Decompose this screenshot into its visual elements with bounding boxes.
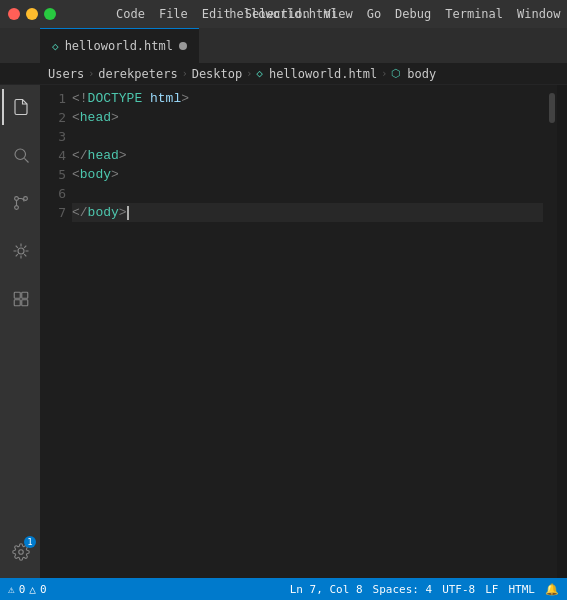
text-cursor xyxy=(127,206,129,220)
activity-search[interactable] xyxy=(2,137,38,173)
svg-rect-9 xyxy=(22,300,28,306)
breadcrumb-user[interactable]: derekpeters xyxy=(98,67,177,81)
search-icon xyxy=(12,146,30,164)
line-numbers: 1 2 3 4 5 6 7 xyxy=(40,85,72,578)
line-number-5: 5 xyxy=(40,165,66,184)
encoding-text: UTF-8 xyxy=(442,583,475,596)
extensions-icon xyxy=(12,290,30,308)
breadcrumb-sep-2: › xyxy=(182,68,188,79)
minimap xyxy=(557,85,567,578)
svg-point-10 xyxy=(19,550,24,555)
menu-window[interactable]: Window xyxy=(517,7,560,21)
line-number-4: 4 xyxy=(40,146,66,165)
window-title: helloworld.html xyxy=(229,7,337,21)
main-layout: 1 1 2 3 4 5 6 7 <!DOCTYPE html> <head> <… xyxy=(0,85,567,578)
breadcrumb-sep-4: › xyxy=(381,68,387,79)
cursor-position[interactable]: Ln 7, Col 8 xyxy=(290,583,363,596)
svg-rect-6 xyxy=(14,292,20,298)
menu-edit[interactable]: Edit xyxy=(202,7,231,21)
svg-point-3 xyxy=(15,206,19,210)
activity-debug[interactable] xyxy=(2,233,38,269)
line-number-3: 3 xyxy=(40,127,66,146)
breadcrumb-users[interactable]: Users xyxy=(48,67,84,81)
code-line-2: <head> xyxy=(72,108,543,127)
breadcrumb-desktop[interactable]: Desktop xyxy=(192,67,243,81)
code-line-1: <!DOCTYPE html> xyxy=(72,89,543,108)
svg-point-5 xyxy=(18,248,24,254)
close-button[interactable] xyxy=(8,8,20,20)
warning-icon: △ xyxy=(29,583,36,596)
breadcrumb-body[interactable]: body xyxy=(407,67,436,81)
svg-point-2 xyxy=(15,197,19,201)
notification-bell[interactable]: 🔔 xyxy=(545,583,559,596)
debug-icon xyxy=(12,242,30,260)
menu-file[interactable]: File xyxy=(159,7,188,21)
menu-terminal[interactable]: Terminal xyxy=(445,7,503,21)
language-text: HTML xyxy=(509,583,536,596)
file-icon: ◇ xyxy=(52,40,59,53)
activity-bar-bottom: 1 xyxy=(2,534,38,578)
files-icon xyxy=(12,98,30,116)
line-number-7: 7 xyxy=(40,203,66,222)
bell-icon: 🔔 xyxy=(545,583,559,596)
menu-go[interactable]: Go xyxy=(367,7,381,21)
file-breadcrumb-icon: ◇ xyxy=(256,67,263,80)
code-line-3 xyxy=(72,127,543,146)
scrollbar-thumb[interactable] xyxy=(549,93,555,123)
error-count: 0 xyxy=(19,583,26,596)
source-control-icon xyxy=(12,194,30,212)
source-control-status-icon: ⚠ xyxy=(8,583,15,596)
statusbar-right: Ln 7, Col 8 Spaces: 4 UTF-8 LF HTML 🔔 xyxy=(290,583,559,596)
line-number-1: 1 xyxy=(40,89,66,108)
code-line-4: </head> xyxy=(72,146,543,165)
position-text: Ln 7, Col 8 xyxy=(290,583,363,596)
encoding[interactable]: UTF-8 xyxy=(442,583,475,596)
titlebar: Code File Edit Selection View Go Debug T… xyxy=(0,0,567,28)
line-ending-text: LF xyxy=(485,583,498,596)
menu-code[interactable]: Code xyxy=(116,7,145,21)
minimize-button[interactable] xyxy=(26,8,38,20)
menu-debug[interactable]: Debug xyxy=(395,7,431,21)
breadcrumb-sep-3: › xyxy=(246,68,252,79)
code-line-5: <body> xyxy=(72,165,543,184)
svg-line-1 xyxy=(24,158,28,162)
activity-settings[interactable]: 1 xyxy=(2,534,38,570)
git-branch[interactable]: ⚠ 0 △ 0 xyxy=(8,583,47,596)
indentation[interactable]: Spaces: 4 xyxy=(373,583,433,596)
language-mode[interactable]: HTML xyxy=(509,583,536,596)
line-number-6: 6 xyxy=(40,184,66,203)
editor-area[interactable]: 1 2 3 4 5 6 7 <!DOCTYPE html> <head> </h… xyxy=(40,85,567,578)
svg-point-0 xyxy=(15,149,26,160)
breadcrumb-sep-1: › xyxy=(88,68,94,79)
editor-tab[interactable]: ◇ helloworld.html xyxy=(40,28,199,63)
tab-filename: helloworld.html xyxy=(65,39,173,53)
activity-bar: 1 xyxy=(0,85,40,578)
code-line-6 xyxy=(72,184,543,203)
code-line-7: </body> xyxy=(72,203,543,222)
activity-extensions[interactable] xyxy=(2,281,38,317)
tab-bar: ◇ helloworld.html xyxy=(0,28,567,63)
tab-close-dot[interactable] xyxy=(179,42,187,50)
activity-files[interactable] xyxy=(2,89,38,125)
svg-rect-8 xyxy=(14,300,20,306)
breadcrumb: Users › derekpeters › Desktop › ◇ hellow… xyxy=(0,63,567,85)
menu-bar: Code File Edit Selection View Go Debug T… xyxy=(116,7,567,21)
statusbar-left: ⚠ 0 △ 0 xyxy=(8,583,47,596)
scrollbar-track[interactable] xyxy=(543,85,557,578)
statusbar: ⚠ 0 △ 0 Ln 7, Col 8 Spaces: 4 UTF-8 LF H… xyxy=(0,578,567,600)
breadcrumb-file[interactable]: helloworld.html xyxy=(269,67,377,81)
body-breadcrumb-icon: ⬡ xyxy=(391,67,401,80)
activity-source-control[interactable] xyxy=(2,185,38,221)
maximize-button[interactable] xyxy=(44,8,56,20)
settings-badge: 1 xyxy=(24,536,36,548)
line-number-2: 2 xyxy=(40,108,66,127)
traffic-lights xyxy=(8,8,56,20)
svg-rect-7 xyxy=(22,292,28,298)
line-ending[interactable]: LF xyxy=(485,583,498,596)
code-editor[interactable]: <!DOCTYPE html> <head> </head> <body> </… xyxy=(72,85,543,578)
warning-count: 0 xyxy=(40,583,47,596)
spaces-text: Spaces: 4 xyxy=(373,583,433,596)
